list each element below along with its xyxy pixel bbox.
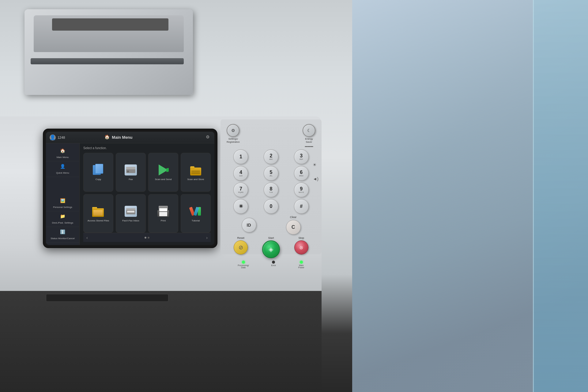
key-0[interactable]: 0 (264, 199, 278, 214)
key-0-wrapper: 0 (257, 199, 285, 214)
side-controls: ☀ ◄) (313, 162, 318, 181)
key-1[interactable]: 1 (233, 149, 248, 164)
sidebar-bottom-section: 🖼️ Personal Settings 📁 Dest./Fwd. Settin… (46, 196, 79, 243)
app-copy[interactable]: Copy (83, 153, 113, 192)
app-scan-store[interactable]: Scan and Store (181, 153, 211, 192)
key-4[interactable]: 4 GHI (233, 166, 248, 181)
key-2-number: 2 (270, 153, 273, 158)
printer-body: 👤 1248 🏠 Main Menu ⚙ 🏠 Main Menu 👤 Quick… (0, 0, 352, 392)
app-grid: Copy (83, 153, 211, 233)
lcd-screen[interactable]: 👤 1248 🏠 Main Menu ⚙ 🏠 Main Menu 👤 Quick… (46, 132, 214, 245)
app-fax-inbox[interactable]: Fax/I-Fax Inbox (116, 194, 146, 233)
gear-icon[interactable]: ⚙ (205, 134, 211, 141)
sidebar-item-main-menu[interactable]: 🏠 Main Menu (46, 146, 79, 161)
start-label: Start (268, 236, 274, 239)
sidebar-personal-label: Personal Settings (53, 206, 72, 209)
error-led-group: Error (271, 261, 276, 269)
next-arrow[interactable]: › (206, 235, 208, 240)
key-9[interactable]: 9 WXYZ (294, 183, 309, 197)
app-print[interactable]: Print (148, 194, 178, 233)
key-9-wrapper: 9 WXYZ (287, 183, 315, 197)
clear-button-group: Clear C (286, 216, 301, 235)
screen-content-area: 🏠 Main Menu 👤 Quick Menu 🖼️ Personal Set… (46, 143, 214, 245)
key-2-letters: ABC (269, 158, 273, 160)
print-icon (156, 205, 170, 218)
screen-title: Main Menu (112, 135, 205, 140)
screen-subtitle: Select a function. (83, 146, 211, 150)
key-star[interactable]: ✳ (233, 199, 248, 214)
lcd-container: 👤 1248 🏠 Main Menu ⚙ 🏠 Main Menu 👤 Quick… (43, 129, 217, 248)
start-button[interactable]: ◈ (262, 240, 280, 258)
key-3[interactable]: 3 DEF (294, 149, 309, 164)
copy-icon (92, 163, 105, 177)
app-fax[interactable]: Fax (116, 153, 146, 192)
reset-button[interactable]: ⊘ (234, 240, 248, 254)
clear-button[interactable]: C (286, 220, 301, 235)
main-power-label: MainPower (298, 264, 304, 269)
clear-top-label: Clear (290, 216, 297, 219)
key-6-wrapper: 6 MNO (287, 166, 315, 181)
key-hash[interactable]: # (294, 199, 309, 214)
settings-registration-button[interactable]: ⚙ (227, 124, 239, 137)
key-7[interactable]: 7 PQRS (233, 183, 248, 197)
fax-label: Fax (129, 178, 133, 181)
home-icon[interactable]: 🏠 (104, 134, 110, 141)
access-stored-icon (92, 205, 105, 218)
key-2-wrapper: 2 ABC (257, 149, 285, 164)
sidebar-item-status-monitor[interactable]: ℹ️ Status Monitor/Cancel (46, 227, 79, 243)
paper-tray (46, 294, 168, 302)
print-label: Print (161, 219, 166, 222)
brightness-control[interactable]: ☀ (313, 162, 318, 167)
id-label: ID (247, 223, 251, 228)
fax-inbox-label: Fax/I-Fax Inbox (122, 219, 139, 222)
key-6[interactable]: 6 MNO (294, 166, 309, 181)
key-8-letters: TUV (269, 191, 273, 193)
key-3-letters: DEF (300, 158, 303, 160)
app-scan-send[interactable]: Scan and Send (148, 153, 178, 192)
start-icon: ◈ (269, 246, 273, 253)
processing-data-label: Processing/Data (238, 264, 249, 269)
id-button[interactable]: ID (242, 218, 256, 232)
app-access-stored[interactable]: Access Stored Files (83, 194, 113, 233)
scanner-flatbed-edge (31, 58, 184, 64)
scan-send-label: Scan and Send (155, 178, 172, 181)
nav-dot-2 (148, 237, 149, 239)
app-tutorial[interactable]: Tutorial (181, 194, 211, 233)
settings-registration-group: ⚙ Settings/Registration (227, 124, 240, 148)
clear-c-label: C (292, 224, 295, 230)
sidebar-quick-icon: 👤 (59, 164, 66, 171)
key-7-wrapper: 7 PQRS (227, 183, 255, 197)
action-buttons-row: Reset ⊘ Start ◈ Stop ⊗ (227, 236, 315, 258)
key-8-wrapper: 8 TUV (257, 183, 285, 197)
scan-store-label: Scan and Store (187, 178, 204, 181)
key-hash-wrapper: # (287, 199, 315, 214)
prev-arrow[interactable]: ‹ (86, 235, 88, 240)
stop-group: Stop ⊗ (294, 236, 308, 254)
volume-control[interactable]: ◄) (313, 176, 318, 181)
stop-icon: ⊗ (299, 245, 303, 251)
numeric-keypad: 1 2 ABC 3 DEF 4 GHI (227, 149, 315, 214)
energy-saver-button[interactable]: ☾ (303, 124, 315, 137)
screen-header: 👤 1248 🏠 Main Menu ⚙ (46, 132, 214, 143)
sidebar-quick-menu-label: Quick Menu (56, 172, 69, 174)
key-7-letters: PQRS (238, 191, 243, 193)
key-8[interactable]: 8 TUV (264, 183, 278, 197)
stop-button[interactable]: ⊗ (294, 240, 308, 254)
sidebar-item-dest-fwd[interactable]: 📁 Dest./Fwd. Settings (46, 211, 79, 227)
sidebar-dest-label: Dest./Fwd. Settings (52, 221, 73, 224)
key-7-number: 7 (239, 187, 242, 191)
scan-store-icon (189, 163, 202, 177)
key-9-letters: WXYZ (299, 191, 304, 193)
sidebar-item-quick-menu[interactable]: 👤 Quick Menu (46, 161, 79, 177)
key-2[interactable]: 2 ABC (264, 149, 278, 164)
key-5[interactable]: 5 JKL (264, 166, 278, 181)
sidebar-item-personal-settings[interactable]: 🖼️ Personal Settings (46, 196, 79, 211)
glass-panel (533, 0, 588, 392)
scan-send-icon (156, 163, 170, 177)
sidebar-personal-icon: 🖼️ (59, 198, 66, 205)
main-power-led (300, 261, 303, 264)
user-icon: 👤 (50, 134, 56, 141)
error-label: Error (271, 264, 276, 266)
key-5-letters: JKL (270, 175, 273, 177)
fax-icon (124, 163, 138, 177)
